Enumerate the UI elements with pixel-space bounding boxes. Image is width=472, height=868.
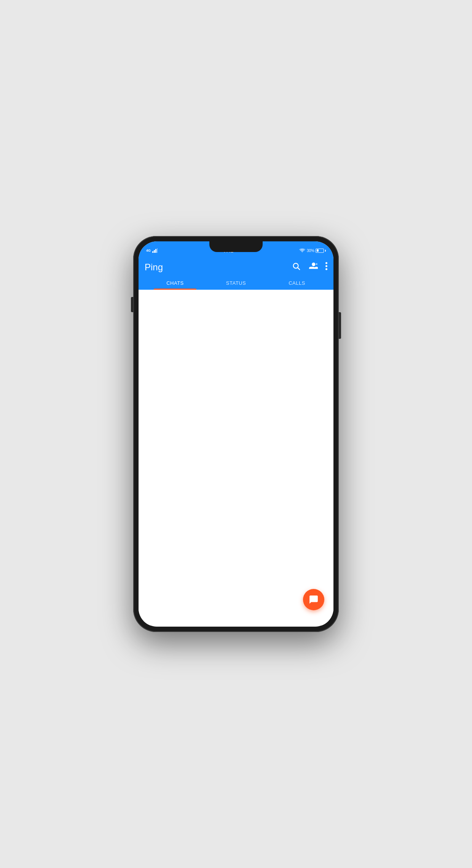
tab-status[interactable]: STATUS — [206, 276, 266, 290]
app-header: Ping + — [139, 257, 333, 290]
new-chat-fab[interactable] — [303, 589, 324, 610]
tab-chats[interactable]: CHATS — [145, 276, 206, 290]
svg-point-9 — [325, 268, 327, 270]
svg-point-8 — [325, 265, 327, 267]
phone-frame: 4G 7:41 30% — [133, 236, 339, 632]
notch — [209, 241, 263, 252]
svg-rect-0 — [152, 251, 153, 253]
new-chat-icon — [309, 595, 319, 605]
svg-rect-1 — [154, 250, 155, 253]
wifi-icon — [299, 248, 305, 253]
add-contact-icon[interactable]: + — [308, 262, 318, 273]
battery-percentage: 30% — [307, 249, 314, 253]
battery-indicator: 30% — [307, 249, 326, 253]
phone-screen: 4G 7:41 30% — [139, 241, 333, 627]
app-title: Ping — [145, 262, 163, 273]
search-icon[interactable] — [292, 262, 300, 273]
header-top-row: Ping + — [145, 260, 327, 276]
tab-bar: CHATS STATUS CALLS — [145, 276, 327, 290]
tab-calls[interactable]: CALLS — [266, 276, 327, 290]
svg-point-7 — [325, 262, 327, 264]
signal-label: 4G — [146, 249, 151, 252]
svg-rect-3 — [157, 248, 158, 253]
svg-line-5 — [298, 268, 300, 270]
chat-list-area — [139, 290, 333, 625]
header-actions: + — [292, 262, 327, 273]
signal-bars-icon — [152, 248, 158, 253]
svg-text:+: + — [316, 262, 317, 266]
more-options-icon[interactable] — [325, 262, 327, 273]
svg-rect-2 — [155, 249, 156, 253]
